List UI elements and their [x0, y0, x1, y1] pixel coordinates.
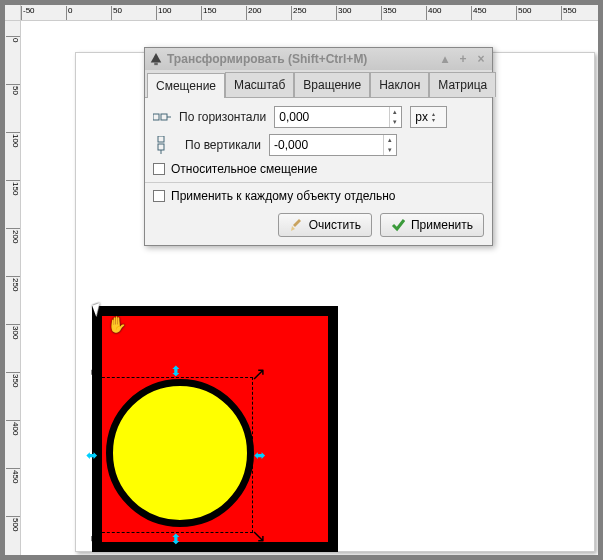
vertical-icon — [153, 137, 171, 153]
ruler-tick: 250 — [6, 276, 20, 291]
ruler-tick: 150 — [201, 6, 216, 20]
ruler-tick: 400 — [6, 420, 20, 435]
tab-0[interactable]: Смещение — [147, 73, 225, 98]
ruler-tick: 450 — [6, 468, 20, 483]
vertical-value[interactable] — [270, 135, 383, 155]
unit-selector[interactable]: px ▴▾ — [410, 106, 447, 128]
checkbox-box[interactable] — [153, 190, 165, 202]
ruler-tick: 300 — [6, 324, 20, 339]
dialog-titlebar[interactable]: Трансформировать (Shift+Ctrl+M) ▴ + × — [145, 48, 492, 70]
ruler-tick: 200 — [6, 228, 20, 243]
svg-rect-4 — [158, 136, 164, 142]
circle-object[interactable] — [106, 379, 254, 527]
ruler-tick: 150 — [6, 180, 20, 195]
checkbox-box[interactable] — [153, 163, 165, 175]
horizontal-icon — [153, 109, 171, 125]
svg-marker-0 — [151, 53, 162, 63]
apply-each-checkbox[interactable]: Применить к каждому объекту отдельно — [153, 189, 484, 203]
relative-label: Относительное смещение — [171, 162, 317, 176]
spin-up[interactable]: ▴ — [384, 135, 396, 145]
spin-down[interactable]: ▾ — [384, 145, 396, 155]
spin-down[interactable]: ▾ — [390, 117, 402, 127]
horizontal-value[interactable] — [275, 107, 388, 127]
check-icon — [391, 218, 405, 232]
svg-rect-2 — [153, 114, 159, 120]
horizontal-label: По горизонтали — [179, 110, 266, 124]
svg-rect-3 — [161, 114, 167, 120]
relative-checkbox[interactable]: Относительное смещение — [153, 162, 484, 176]
ruler-tick: 500 — [516, 6, 531, 20]
ruler-horizontal[interactable]: -50050100150200250300350400450500550 — [21, 5, 598, 21]
tab-1[interactable]: Масштаб — [225, 72, 294, 97]
ruler-tick: 450 — [471, 6, 486, 20]
vertical-label: По вертикали — [185, 138, 261, 152]
apply-button[interactable]: Применить — [380, 213, 484, 237]
close-button[interactable]: × — [474, 52, 488, 66]
ruler-tick: 0 — [6, 36, 20, 42]
transform-dialog[interactable]: Трансформировать (Shift+Ctrl+M) ▴ + × См… — [144, 47, 493, 246]
ruler-tick: 300 — [336, 6, 351, 20]
apply-each-label: Применить к каждому объекту отдельно — [171, 189, 396, 203]
spin-up[interactable]: ▴ — [390, 107, 402, 117]
tab-2[interactable]: Вращение — [294, 72, 370, 97]
ruler-tick: 200 — [246, 6, 261, 20]
horizontal-input[interactable]: ▴▾ — [274, 106, 402, 128]
svg-rect-5 — [158, 144, 164, 150]
ruler-tick: 550 — [561, 6, 576, 20]
separator — [145, 182, 492, 183]
ruler-tick: 100 — [156, 6, 171, 20]
ruler-corner — [5, 5, 21, 21]
hand-icon: ✋ — [107, 315, 127, 334]
ruler-vertical[interactable]: 050100150200250300350400450500 — [5, 21, 21, 555]
ruler-tick: 100 — [6, 132, 20, 147]
broom-icon — [289, 218, 303, 232]
tab-panel-move: По горизонтали ▴▾ px ▴▾ По вертикали — [145, 98, 492, 245]
canvas[interactable]: ↖ ↗ ↙ ↘ ⬍ ⬍ ⬌ ⬌ ✋ Трансформировать (Shif… — [21, 21, 598, 555]
tab-strip: СмещениеМасштабВращениеНаклонМатрица — [145, 70, 492, 98]
clear-button[interactable]: Очистить — [278, 213, 372, 237]
dialog-title: Трансформировать (Shift+Ctrl+M) — [167, 52, 434, 66]
minimize-button[interactable]: ▴ — [438, 52, 452, 66]
ruler-tick: -50 — [21, 6, 35, 20]
tab-3[interactable]: Наклон — [370, 72, 429, 97]
ruler-tick: 350 — [381, 6, 396, 20]
ruler-tick: 250 — [291, 6, 306, 20]
app-icon — [149, 52, 163, 66]
ruler-tick: 400 — [426, 6, 441, 20]
vertical-input[interactable]: ▴▾ — [269, 134, 397, 156]
ruler-tick: 50 — [6, 84, 20, 95]
maximize-button[interactable]: + — [456, 52, 470, 66]
unit-value: px — [415, 110, 428, 124]
ruler-tick: 0 — [66, 6, 72, 20]
svg-rect-1 — [154, 63, 158, 66]
tab-4[interactable]: Матрица — [429, 72, 496, 97]
ruler-tick: 350 — [6, 372, 20, 387]
ruler-tick: 500 — [6, 516, 20, 531]
ruler-tick: 50 — [111, 6, 122, 20]
editor-window: -50050100150200250300350400450500550 050… — [0, 0, 603, 560]
